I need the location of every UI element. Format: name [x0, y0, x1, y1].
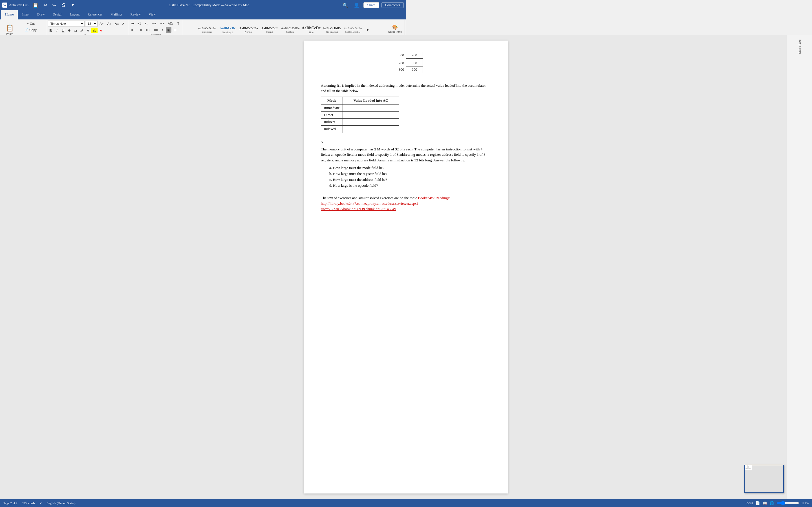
align-center-button[interactable]: ≡	[138, 27, 144, 33]
titlebar: W AutoSave OFF 💾 ↩ ↪ 🖨 ▼ C310-HW4 NT - C…	[0, 0, 406, 10]
align-right-button[interactable]: ≡→	[144, 27, 152, 33]
redo-button[interactable]: ↪	[50, 2, 57, 8]
justify-button[interactable]: ≡≡	[153, 27, 159, 33]
value-direct	[343, 111, 399, 118]
q5-text: The memory unit of a computer has 2 M wo…	[321, 147, 406, 163]
underline-button[interactable]: U	[60, 27, 66, 33]
memory-table-wrapper: 600 700 700 800 800 900	[321, 52, 406, 78]
customize-button[interactable]: ▼	[69, 2, 77, 8]
font-family-select[interactable]: Times New...	[48, 20, 85, 27]
tab-insert[interactable]: Insert	[18, 10, 33, 19]
italic-button[interactable]: I	[54, 27, 60, 33]
font-color-button[interactable]: A	[98, 27, 104, 33]
paste-icon: 📋	[6, 24, 13, 32]
tab-mailings[interactable]: Mailings	[107, 10, 126, 19]
table-row-direct: Direct	[321, 111, 399, 118]
increase-font-button[interactable]: A↑	[98, 21, 105, 26]
tab-layout[interactable]: Layout	[66, 10, 84, 19]
clear-formatting-button[interactable]: ✗	[121, 21, 126, 26]
subscript-button[interactable]: x₂	[73, 27, 79, 33]
increase-indent-button[interactable]: →≡	[158, 20, 166, 26]
shading-button[interactable]: ▣	[166, 27, 171, 33]
change-case-button[interactable]: Aa	[113, 21, 120, 26]
mode-column-header: Mode	[321, 97, 343, 104]
text-effects-button[interactable]: A	[85, 27, 91, 33]
page: 600 700 700 800 800 900 Assuming	[304, 41, 406, 253]
share-button[interactable]: Share	[363, 2, 379, 8]
document-title: C310-HW4 NT - Compatibility Mode — Saved…	[77, 3, 341, 7]
books-text: The text of exercises and similar solved…	[321, 195, 406, 212]
app-icon: W	[2, 3, 7, 8]
account-button[interactable]: 👤	[352, 2, 361, 8]
table-row-immediate: Immediate	[321, 104, 399, 111]
styles-pane-label: Styles Pane	[388, 31, 402, 34]
q5-part-d: d. How large is the opcode field?	[329, 183, 406, 189]
copy-button[interactable]: 📄 Copy	[17, 27, 44, 33]
strikethrough-button[interactable]: S	[66, 27, 72, 33]
tab-view[interactable]: View	[145, 10, 160, 19]
styles-pane-icon: 🎨	[392, 24, 398, 30]
value-indexed	[343, 126, 399, 133]
mode-indexed: Indexed	[321, 126, 343, 133]
multilevel-list-button[interactable]: ≡↓	[143, 20, 149, 26]
mode-direct: Direct	[321, 111, 343, 118]
tab-home[interactable]: Home	[1, 10, 18, 19]
tab-references[interactable]: References	[84, 10, 107, 19]
table-header-row: Mode Value Loaded into AC	[321, 97, 399, 104]
q5-number: 5.	[321, 140, 406, 145]
mode-indirect: Indirect	[321, 119, 343, 126]
table-row-indirect: Indirect	[321, 119, 399, 126]
q5-part-b: b. How large must the register field be?	[329, 171, 406, 177]
document-area[interactable]: 600 700 700 800 800 900 Assuming	[0, 35, 406, 253]
save-button[interactable]: 💾	[31, 2, 40, 8]
numbering-button[interactable]: ≡1	[136, 20, 143, 26]
superscript-button[interactable]: x²	[79, 27, 85, 33]
q5-parts: a. How large must the mode field be? b. …	[329, 165, 406, 188]
bold-button[interactable]: B	[48, 27, 54, 33]
value-indirect	[343, 119, 399, 126]
table-row: 700 800	[389, 60, 406, 66]
show-hide-button[interactable]: ¶	[175, 20, 181, 26]
q4-instruction: Assuming R1 is implied in the indexed ad…	[321, 83, 406, 94]
align-left-button[interactable]: ≡←	[130, 27, 138, 33]
memory-table: 600 700 700 800 800 900	[389, 52, 406, 73]
highlight-button[interactable]: ab	[91, 27, 98, 33]
decrease-indent-button[interactable]: ←≡	[150, 20, 157, 26]
borders-button[interactable]: ⊞	[172, 27, 177, 33]
tab-draw[interactable]: Draw	[33, 10, 49, 19]
undo-button[interactable]: ↩	[42, 2, 49, 8]
titlebar-right: 🔍 👤 Share Comments	[341, 2, 404, 8]
decrease-font-button[interactable]: A↓	[106, 21, 113, 26]
mode-immediate: Immediate	[321, 104, 343, 111]
value-column-header: Value Loaded into AC	[343, 97, 399, 104]
tab-review[interactable]: Review	[126, 10, 145, 19]
bullets-button[interactable]: ≡•	[130, 20, 136, 26]
books-url[interactable]: http://library.books24x7.com.ezproxy.umu…	[321, 202, 406, 211]
q5-part-c: c. How large must the address field be?	[329, 177, 406, 183]
search-button[interactable]: 🔍	[341, 2, 350, 8]
table-row: 800 900	[389, 66, 406, 73]
value-immediate	[343, 104, 399, 111]
comments-button[interactable]: Comments	[382, 2, 404, 8]
print-button[interactable]: 🖨	[59, 2, 67, 8]
titlebar-left: W AutoSave OFF 💾 ↩ ↪ 🖨 ▼	[2, 2, 77, 8]
table-row: 600 700	[389, 52, 406, 59]
q5-part-a: a. How large must the mode field be?	[329, 165, 406, 171]
books-intro: The text of exercises and similar solved…	[321, 196, 406, 200]
cut-button[interactable]: ✂ Cut	[17, 21, 44, 26]
ribbon-tabs: Home Insert Draw Design Layout Reference…	[0, 10, 406, 19]
line-spacing-button[interactable]: ↕	[160, 27, 165, 33]
more-styles-button[interactable]: ▼	[364, 27, 370, 33]
mode-table: Mode Value Loaded into AC Immediate Dire…	[321, 97, 399, 133]
font-size-select[interactable]: 12	[85, 20, 98, 27]
tab-design[interactable]: Design	[49, 10, 66, 19]
table-row-indexed: Indexed	[321, 126, 399, 133]
sort-button[interactable]: AZ↓	[166, 20, 175, 26]
autosave-label: AutoSave OFF	[9, 3, 29, 7]
